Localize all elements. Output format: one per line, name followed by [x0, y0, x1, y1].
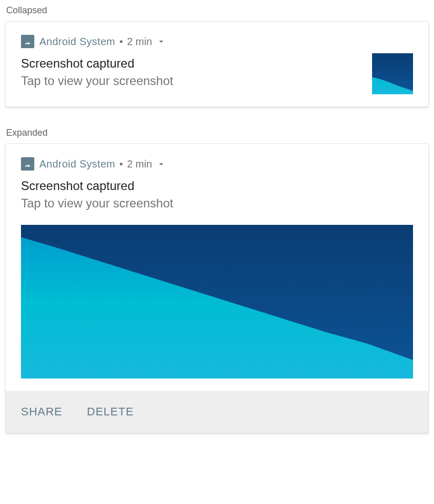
app-name: Android System — [39, 36, 115, 48]
chevron-up-icon[interactable] — [155, 158, 167, 170]
notification-big-picture — [21, 225, 413, 379]
image-icon — [21, 157, 34, 171]
app-name: Android System — [39, 158, 115, 170]
separator-dot: • — [119, 158, 123, 170]
notification-card-collapsed[interactable]: Android System • 2 min Screenshot captur… — [5, 21, 429, 107]
notification-title: Screenshot captured — [21, 179, 413, 193]
notification-title: Screenshot captured — [21, 56, 362, 71]
notification-header: Android System • 2 min — [21, 157, 413, 171]
section-label-collapsed: Collapsed — [6, 5, 429, 16]
chevron-down-icon[interactable] — [155, 35, 167, 48]
notification-card-expanded[interactable]: Android System • 2 min Screenshot captur… — [5, 143, 429, 433]
separator-dot: • — [119, 36, 123, 48]
notification-timestamp: 2 min — [127, 158, 152, 170]
notification-subtitle: Tap to view your screenshot — [21, 196, 413, 211]
notification-actions: Share Delete — [6, 391, 428, 433]
delete-button[interactable]: Delete — [87, 405, 134, 418]
notification-header: Android System • 2 min — [21, 35, 413, 48]
notification-subtitle: Tap to view your screenshot — [21, 74, 362, 88]
section-label-expanded: Expanded — [6, 128, 429, 138]
notification-thumbnail — [372, 53, 413, 94]
image-icon — [21, 35, 34, 48]
share-button[interactable]: Share — [21, 405, 62, 418]
notification-timestamp: 2 min — [127, 36, 152, 48]
